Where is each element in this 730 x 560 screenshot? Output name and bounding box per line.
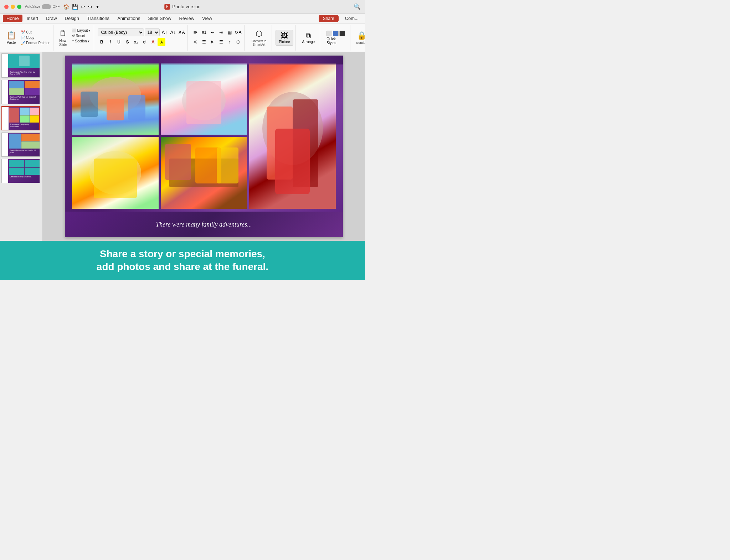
bold-button[interactable]: B (98, 38, 106, 46)
paste-button[interactable]: 📋 Paste (4, 30, 18, 45)
clipboard-sub-group: ✂️ Cut 📄 Copy 🖌️ Format Painter (20, 30, 51, 45)
search-icon[interactable]: 🔍 (354, 3, 361, 10)
slides-group: 🗒 New Slide ⬜ Layout ▾ ↺ Reset ≡ Section… (55, 25, 94, 51)
autosave-toggle[interactable] (42, 4, 51, 9)
align-left-button[interactable]: ⫷ (191, 38, 199, 46)
save-icon[interactable]: 💾 (72, 4, 78, 10)
menu-slideshow[interactable]: Slide Show (144, 15, 175, 22)
style-swatch-1 (327, 31, 332, 36)
slide-14-content: Janet and Pete had two beautiful daughte… (8, 80, 40, 104)
promo-text: Share a story or special memories, add p… (97, 248, 268, 274)
strikethrough-button[interactable]: S (123, 38, 131, 46)
document-title: Photo version (172, 4, 201, 9)
menu-home[interactable]: Home (3, 15, 22, 22)
style-swatch-2 (333, 31, 339, 36)
menu-animations[interactable]: Animations (114, 15, 144, 22)
menu-right-actions: Share Com... (319, 15, 362, 22)
promo-bar: Share a story or special memories, add p… (0, 241, 365, 280)
copy-button[interactable]: 📄 Copy (20, 35, 51, 40)
underline-button[interactable]: U (115, 38, 123, 46)
menu-review[interactable]: Review (175, 15, 198, 22)
smartart-group: ⬡ Convert to SmartArt (246, 25, 272, 51)
menu-insert[interactable]: Insert (23, 15, 42, 22)
share-button[interactable]: Share (319, 15, 339, 22)
photo-cell-3[interactable] (249, 63, 336, 209)
titlebar: AutoSave OFF 🏠 💾 ↩ ↪ ▼ P Photo version 🔍 (0, 0, 365, 14)
new-slide-button[interactable]: 🗒 New Slide (57, 28, 69, 47)
slide-14-thumb[interactable]: 14 Janet and Pete had two beautiful daug… (1, 80, 41, 104)
align-center-button[interactable]: ☰ (200, 38, 208, 46)
arrange-button[interactable]: ⧉ Arrange (299, 30, 318, 45)
main-content: 13 Janet married the love of her life Pe… (0, 52, 365, 241)
section-button[interactable]: ≡ Section ▾ (71, 39, 92, 43)
styles-preview (327, 31, 345, 36)
reset-button[interactable]: ↺ Reset (71, 33, 92, 38)
slide-17-thumb[interactable]: 17 Christmases and fun times... (1, 159, 41, 183)
redo-icon[interactable]: ↪ (88, 4, 92, 10)
home-icon[interactable]: 🏠 (63, 4, 69, 10)
fullscreen-button[interactable] (17, 5, 21, 9)
align-right-button[interactable]: ⫸ (209, 38, 216, 46)
subscript-button[interactable]: x₂ (132, 38, 140, 46)
ribbon: 📋 Paste ✂️ Cut 📄 Copy 🖌️ Format Painter … (0, 24, 365, 52)
slide-15-thumb[interactable]: 15 There were many family adv (1, 106, 41, 130)
increase-font-button[interactable]: A↑ (160, 28, 168, 36)
slide-17-content: Christmases and fun times... (8, 159, 40, 183)
quick-styles-button[interactable]: Quick Styles (324, 29, 348, 46)
numbering-button[interactable]: ≡1 (200, 28, 208, 36)
slide-caption: There were many family adventures... (156, 221, 252, 228)
slide-16-thumbnail: Janet & Pete were married for 50 years..… (1, 133, 40, 157)
menu-view[interactable]: View (199, 15, 216, 22)
comments-button[interactable]: Com... (341, 15, 362, 22)
new-slide-icon: 🗒 (59, 29, 67, 38)
clear-format-button[interactable]: ✗A (178, 28, 185, 36)
quick-access-toolbar: 🏠 💾 ↩ ↪ ▼ (63, 4, 99, 10)
text-direction-button[interactable]: ⟳A (234, 28, 242, 36)
columns-button[interactable]: ▦ (226, 28, 233, 36)
decrease-font-button[interactable]: A↓ (169, 28, 177, 36)
bullets-button[interactable]: ≡• (191, 28, 199, 36)
paragraph-row-2: ⫷ ☰ ⫸ ☰ ↕ ⬡ (191, 38, 242, 46)
undo-icon[interactable]: ↩ (81, 4, 85, 10)
cut-button[interactable]: ✂️ Cut (20, 30, 51, 35)
menu-draw[interactable]: Draw (42, 15, 60, 22)
font-size-select[interactable]: 18 (145, 28, 160, 36)
justify-button[interactable]: ☰ (217, 38, 225, 46)
style-swatch-3 (339, 31, 345, 36)
menubar: Home Insert Draw Design Transitions Anim… (0, 14, 365, 24)
photo-cell-5[interactable] (161, 137, 247, 209)
slide-16-thumb[interactable]: 16 Janet & Pete were marr (1, 133, 41, 157)
slide-16-caption-text: Janet & Pete were married for 50 years..… (9, 149, 40, 154)
smartart-button[interactable]: ⬡ (234, 38, 242, 46)
menu-transitions[interactable]: Transitions (83, 15, 113, 22)
photo-cell-1[interactable] (72, 63, 159, 135)
font-family-select[interactable]: Calibri (Body) (98, 28, 144, 36)
decrease-indent-button[interactable]: ⇤ (209, 28, 216, 36)
slide-editor: There were many family adventures... (43, 52, 365, 241)
font-color-button[interactable]: A (149, 38, 157, 46)
slide-canvas[interactable]: There were many family adventures... (65, 56, 343, 237)
customize-icon[interactable]: ▼ (95, 4, 99, 9)
photo-cell-4[interactable] (72, 137, 159, 209)
traffic-lights (4, 5, 21, 9)
format-painter-button[interactable]: 🖌️ Format Painter (20, 41, 51, 45)
line-spacing-button[interactable]: ↕ (226, 38, 233, 46)
promo-line2: add photos and share at the funeral. (97, 261, 268, 272)
slide-16-content: Janet & Pete were married for 50 years..… (8, 133, 40, 156)
close-button[interactable] (4, 5, 9, 9)
photo-cell-2[interactable] (161, 63, 247, 135)
app-icon: P (164, 4, 170, 10)
minimize-button[interactable] (11, 5, 15, 9)
menu-design[interactable]: Design (61, 15, 83, 22)
convert-smartart-button[interactable]: ⬡ Convert to SmartArt (248, 28, 269, 47)
highlight-button[interactable]: A (158, 38, 165, 46)
italic-button[interactable]: I (106, 38, 114, 46)
layout-button[interactable]: ⬜ Layout ▾ (71, 28, 92, 33)
slide-15-content: There were many family adventures... (9, 107, 40, 130)
sensitivity-button[interactable]: 🔒 Sensi... (354, 30, 365, 45)
picture-group: 🖼 Picture (273, 25, 295, 51)
picture-button[interactable]: 🖼 Picture (276, 30, 293, 46)
superscript-button[interactable]: x² (140, 38, 148, 46)
slide-13-thumb[interactable]: 13 Janet married the love of her life Pe… (1, 53, 41, 78)
increase-indent-button[interactable]: ⇥ (217, 28, 225, 36)
